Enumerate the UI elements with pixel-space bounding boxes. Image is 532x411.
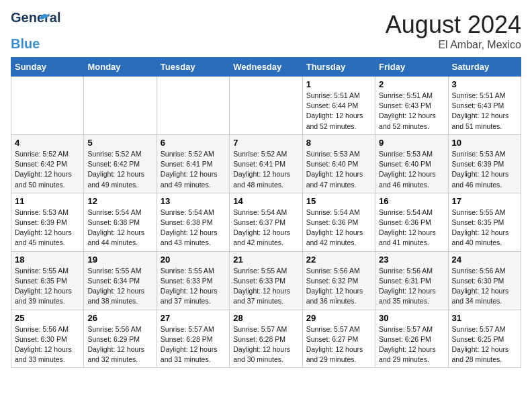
- calendar-header-row: Sunday Monday Tuesday Wednesday Thursday…: [11, 58, 521, 77]
- calendar-cell: 9Sunrise: 5:53 AM Sunset: 6:40 PM Daylig…: [375, 134, 448, 193]
- calendar-cell: 23Sunrise: 5:56 AM Sunset: 6:31 PM Dayli…: [375, 251, 448, 310]
- calendar-cell: 20Sunrise: 5:55 AM Sunset: 6:33 PM Dayli…: [157, 251, 229, 310]
- day-number: 23: [379, 255, 444, 265]
- calendar-cell: 3Sunrise: 5:51 AM Sunset: 6:43 PM Daylig…: [448, 77, 521, 135]
- calendar-cell: 4Sunrise: 5:52 AM Sunset: 6:42 PM Daylig…: [11, 134, 84, 193]
- calendar-week-row: 11Sunrise: 5:53 AM Sunset: 6:39 PM Dayli…: [11, 193, 521, 251]
- calendar-cell: 6Sunrise: 5:52 AM Sunset: 6:41 PM Daylig…: [157, 134, 229, 193]
- day-number: 6: [161, 138, 226, 148]
- calendar-cell: 12Sunrise: 5:54 AM Sunset: 6:38 PM Dayli…: [84, 193, 157, 251]
- day-info: Sunrise: 5:54 AM Sunset: 6:36 PM Dayligh…: [306, 208, 371, 248]
- day-info: Sunrise: 5:56 AM Sunset: 6:32 PM Dayligh…: [306, 266, 371, 307]
- page-header: General Blue August 2024 El Ambar, Mexic…: [11, 11, 521, 52]
- calendar-cell: 18Sunrise: 5:55 AM Sunset: 6:35 PM Dayli…: [11, 251, 84, 310]
- logo-blue: Blue: [11, 36, 40, 52]
- day-number: 29: [306, 313, 371, 323]
- day-number: 19: [87, 255, 152, 265]
- day-number: 30: [379, 313, 444, 323]
- day-number: 20: [161, 255, 226, 265]
- day-number: 21: [233, 255, 298, 265]
- day-number: 31: [452, 313, 517, 323]
- calendar-cell: 30Sunrise: 5:57 AM Sunset: 6:26 PM Dayli…: [375, 310, 448, 368]
- day-info: Sunrise: 5:53 AM Sunset: 6:40 PM Dayligh…: [379, 149, 444, 190]
- calendar-cell: 29Sunrise: 5:57 AM Sunset: 6:27 PM Dayli…: [302, 310, 375, 368]
- day-info: Sunrise: 5:51 AM Sunset: 6:43 PM Dayligh…: [379, 91, 444, 132]
- calendar-cell: 14Sunrise: 5:54 AM Sunset: 6:37 PM Dayli…: [230, 193, 302, 251]
- day-number: 26: [87, 313, 152, 323]
- day-number: 7: [233, 138, 298, 148]
- day-info: Sunrise: 5:55 AM Sunset: 6:35 PM Dayligh…: [15, 266, 80, 307]
- calendar-cell: 15Sunrise: 5:54 AM Sunset: 6:36 PM Dayli…: [302, 193, 375, 251]
- day-number: 5: [87, 138, 152, 148]
- header-saturday: Saturday: [448, 58, 521, 77]
- calendar-cell: 7Sunrise: 5:52 AM Sunset: 6:41 PM Daylig…: [230, 134, 302, 193]
- day-number: 1: [306, 79, 371, 89]
- calendar-cell: 31Sunrise: 5:57 AM Sunset: 6:25 PM Dayli…: [448, 310, 521, 368]
- day-number: 14: [233, 196, 298, 206]
- day-number: 28: [233, 313, 298, 323]
- calendar-cell: 27Sunrise: 5:57 AM Sunset: 6:28 PM Dayli…: [157, 310, 229, 368]
- calendar-cell: [157, 77, 229, 135]
- header-thursday: Thursday: [302, 58, 375, 77]
- calendar-week-row: 18Sunrise: 5:55 AM Sunset: 6:35 PM Dayli…: [11, 251, 521, 310]
- calendar-cell: 5Sunrise: 5:52 AM Sunset: 6:42 PM Daylig…: [84, 134, 157, 193]
- day-number: 22: [306, 255, 371, 265]
- day-number: 12: [87, 196, 152, 206]
- day-info: Sunrise: 5:55 AM Sunset: 6:33 PM Dayligh…: [161, 266, 226, 307]
- day-number: 13: [161, 196, 226, 206]
- calendar-cell: 13Sunrise: 5:54 AM Sunset: 6:38 PM Dayli…: [157, 193, 229, 251]
- calendar-title: August 2024: [386, 11, 521, 39]
- calendar-cell: 10Sunrise: 5:53 AM Sunset: 6:39 PM Dayli…: [448, 134, 521, 193]
- calendar-cell: 11Sunrise: 5:53 AM Sunset: 6:39 PM Dayli…: [11, 193, 84, 251]
- day-number: 18: [15, 255, 80, 265]
- calendar-cell: 26Sunrise: 5:56 AM Sunset: 6:29 PM Dayli…: [84, 310, 157, 368]
- calendar-cell: 24Sunrise: 5:56 AM Sunset: 6:30 PM Dayli…: [448, 251, 521, 310]
- day-number: 11: [15, 196, 80, 206]
- calendar-cell: 1Sunrise: 5:51 AM Sunset: 6:44 PM Daylig…: [302, 77, 375, 135]
- day-info: Sunrise: 5:56 AM Sunset: 6:30 PM Dayligh…: [452, 266, 517, 307]
- calendar-cell: 21Sunrise: 5:55 AM Sunset: 6:33 PM Dayli…: [230, 251, 302, 310]
- day-info: Sunrise: 5:56 AM Sunset: 6:29 PM Dayligh…: [87, 324, 152, 365]
- calendar-cell: 8Sunrise: 5:53 AM Sunset: 6:40 PM Daylig…: [302, 134, 375, 193]
- day-number: 17: [452, 196, 517, 206]
- day-info: Sunrise: 5:57 AM Sunset: 6:28 PM Dayligh…: [233, 324, 298, 365]
- calendar-week-row: 4Sunrise: 5:52 AM Sunset: 6:42 PM Daylig…: [11, 134, 521, 193]
- day-info: Sunrise: 5:56 AM Sunset: 6:31 PM Dayligh…: [379, 266, 444, 307]
- title-block: August 2024 El Ambar, Mexico: [386, 11, 521, 51]
- day-info: Sunrise: 5:54 AM Sunset: 6:37 PM Dayligh…: [233, 208, 298, 248]
- calendar-table: Sunday Monday Tuesday Wednesday Thursday…: [11, 57, 521, 368]
- day-info: Sunrise: 5:51 AM Sunset: 6:44 PM Dayligh…: [306, 91, 371, 132]
- day-info: Sunrise: 5:54 AM Sunset: 6:38 PM Dayligh…: [161, 208, 226, 248]
- day-info: Sunrise: 5:57 AM Sunset: 6:26 PM Dayligh…: [379, 324, 444, 365]
- day-number: 8: [306, 138, 371, 148]
- day-info: Sunrise: 5:56 AM Sunset: 6:30 PM Dayligh…: [15, 324, 80, 365]
- day-number: 9: [379, 138, 444, 148]
- day-info: Sunrise: 5:57 AM Sunset: 6:28 PM Dayligh…: [161, 324, 226, 365]
- day-info: Sunrise: 5:54 AM Sunset: 6:38 PM Dayligh…: [87, 208, 152, 248]
- header-sunday: Sunday: [11, 58, 84, 77]
- header-wednesday: Wednesday: [230, 58, 302, 77]
- day-info: Sunrise: 5:53 AM Sunset: 6:40 PM Dayligh…: [306, 149, 371, 190]
- header-tuesday: Tuesday: [157, 58, 229, 77]
- header-monday: Monday: [84, 58, 157, 77]
- day-number: 25: [15, 313, 80, 323]
- calendar-cell: 25Sunrise: 5:56 AM Sunset: 6:30 PM Dayli…: [11, 310, 84, 368]
- day-number: 10: [452, 138, 517, 148]
- calendar-cell: 17Sunrise: 5:55 AM Sunset: 6:35 PM Dayli…: [448, 193, 521, 251]
- calendar-cell: 2Sunrise: 5:51 AM Sunset: 6:43 PM Daylig…: [375, 77, 448, 135]
- header-friday: Friday: [375, 58, 448, 77]
- day-info: Sunrise: 5:53 AM Sunset: 6:39 PM Dayligh…: [452, 149, 517, 190]
- day-info: Sunrise: 5:57 AM Sunset: 6:27 PM Dayligh…: [306, 324, 371, 365]
- day-info: Sunrise: 5:53 AM Sunset: 6:39 PM Dayligh…: [15, 208, 80, 248]
- day-info: Sunrise: 5:52 AM Sunset: 6:41 PM Dayligh…: [233, 149, 298, 190]
- calendar-cell: 22Sunrise: 5:56 AM Sunset: 6:32 PM Dayli…: [302, 251, 375, 310]
- day-info: Sunrise: 5:52 AM Sunset: 6:41 PM Dayligh…: [161, 149, 226, 190]
- calendar-cell: [84, 77, 157, 135]
- day-info: Sunrise: 5:54 AM Sunset: 6:36 PM Dayligh…: [379, 208, 444, 248]
- logo: General Blue: [11, 11, 40, 52]
- calendar-cell: [230, 77, 302, 135]
- day-number: 3: [452, 79, 517, 89]
- day-info: Sunrise: 5:57 AM Sunset: 6:25 PM Dayligh…: [452, 324, 517, 365]
- day-info: Sunrise: 5:55 AM Sunset: 6:34 PM Dayligh…: [87, 266, 152, 307]
- calendar-cell: 16Sunrise: 5:54 AM Sunset: 6:36 PM Dayli…: [375, 193, 448, 251]
